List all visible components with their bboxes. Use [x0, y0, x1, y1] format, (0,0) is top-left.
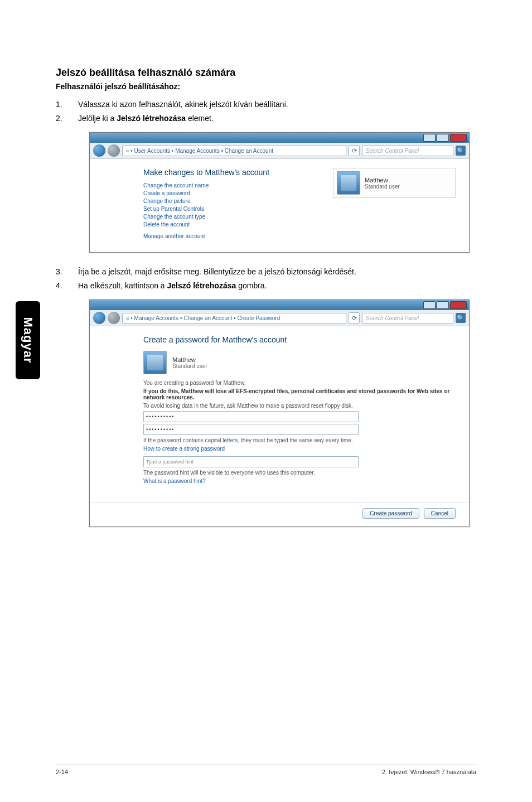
- panel-heading: Make changes to Matthew's account: [143, 168, 322, 177]
- password-hint-field[interactable]: Type a password hint: [143, 456, 359, 467]
- step-text: Válassza ki azon felhasználót, akinek je…: [78, 99, 476, 110]
- step-text-part: gombra.: [236, 281, 267, 290]
- search-icon[interactable]: 🔍: [456, 313, 466, 323]
- forward-button[interactable]: [108, 144, 120, 157]
- step-text-bold: Jelszó létrehozása: [167, 281, 236, 290]
- screenshot-change-account: « • User Accounts • Manage Accounts • Ch…: [89, 132, 470, 253]
- window-titlebar: [90, 133, 469, 143]
- user-card: Matthew Standard user: [333, 168, 456, 198]
- footer-page-number: 2-14: [56, 769, 68, 775]
- link-manage-another[interactable]: Manage another account: [143, 233, 322, 239]
- user-name: Matthew: [365, 177, 400, 183]
- step-number: 2.: [56, 113, 78, 124]
- navigation-bar: « • User Accounts • Manage Accounts • Ch…: [90, 143, 469, 159]
- link-delete-account[interactable]: Delete the account: [143, 221, 322, 228]
- search-icon[interactable]: 🔍: [456, 146, 466, 156]
- refresh-button[interactable]: ⟳: [349, 312, 360, 323]
- language-tab: Magyar: [16, 301, 40, 379]
- minimize-button[interactable]: [423, 134, 436, 142]
- cancel-button[interactable]: Cancel: [424, 508, 456, 519]
- dialog-buttons: Create password Cancel: [90, 502, 469, 526]
- step-item: 1. Válassza ki azon felhasználót, akinek…: [56, 99, 476, 110]
- step-text-part: Ha elkészült, kattintson a: [78, 281, 167, 290]
- search-input[interactable]: Search Control Panel: [362, 313, 453, 323]
- language-tab-label: Magyar: [21, 317, 35, 363]
- user-type: Standard user: [172, 363, 207, 369]
- navigation-bar: « • Manage Accounts • Change an Account …: [90, 310, 469, 326]
- page-subheading: Felhasználói jelszó beállításához:: [56, 82, 476, 91]
- steps-list-b: 3. Írja be a jelszót, majd erősítse meg.…: [56, 266, 476, 292]
- back-button[interactable]: [93, 144, 105, 157]
- link-parental-controls[interactable]: Set up Parental Controls: [143, 206, 322, 212]
- maximize-button[interactable]: [437, 134, 449, 142]
- breadcrumb[interactable]: « • User Accounts • Manage Accounts • Ch…: [122, 146, 346, 156]
- link-strong-password[interactable]: How to create a strong password: [143, 446, 456, 452]
- link-password-hint[interactable]: What is a password hint?: [143, 478, 456, 484]
- minimize-button[interactable]: [423, 301, 436, 309]
- user-card: Matthew Standard user: [143, 351, 456, 374]
- step-item: 4. Ha elkészült, kattintson a Jelszó lét…: [56, 280, 476, 292]
- search-input[interactable]: Search Control Panel: [362, 146, 453, 156]
- forward-button[interactable]: [108, 312, 120, 324]
- info-text: To avoid losing data in the future, ask …: [143, 403, 456, 409]
- avatar: [143, 351, 167, 374]
- footer-chapter: 2. fejezet: Windows® 7 használata: [382, 769, 476, 775]
- link-change-picture[interactable]: Change the picture: [143, 198, 322, 204]
- link-create-password[interactable]: Create a password: [143, 190, 322, 196]
- step-item: 2. Jelölje ki a Jelszó létrehozása eleme…: [56, 113, 476, 124]
- warning-text: If you do this, Matthew will lose all EF…: [143, 388, 456, 400]
- step-number: 1.: [56, 99, 78, 110]
- step-number: 4.: [56, 280, 78, 292]
- link-change-name[interactable]: Change the account name: [143, 182, 322, 189]
- account-actions-list: Change the account name Create a passwor…: [143, 182, 322, 239]
- create-password-button[interactable]: Create password: [362, 508, 419, 519]
- link-change-type[interactable]: Change the account type: [143, 214, 322, 220]
- refresh-button[interactable]: ⟳: [349, 145, 360, 156]
- step-item: 3. Írja be a jelszót, majd erősítse meg.…: [56, 266, 476, 278]
- close-button[interactable]: [450, 301, 467, 309]
- window-titlebar: [90, 300, 469, 310]
- steps-list-a: 1. Válassza ki azon felhasználót, akinek…: [56, 99, 476, 124]
- avatar: [337, 171, 360, 195]
- page-heading: Jelszó beállítása felhasználó számára: [56, 67, 476, 79]
- step-text: Írja be a jelszót, majd erősítse meg. Bi…: [78, 266, 476, 278]
- panel-heading: Create a password for Matthew's account: [143, 335, 456, 344]
- step-text-part: elemet.: [186, 114, 214, 123]
- info-text: The password hint will be visible to eve…: [143, 470, 456, 476]
- back-button[interactable]: [93, 312, 105, 324]
- step-text-part: Jelölje ki a: [78, 114, 117, 123]
- breadcrumb[interactable]: « • Manage Accounts • Change an Account …: [122, 313, 346, 323]
- password-field[interactable]: ••••••••••: [143, 411, 359, 422]
- page-footer: 2-14 2. fejezet: Windows® 7 használata: [56, 765, 476, 775]
- close-button[interactable]: [450, 134, 467, 142]
- user-name: Matthew: [172, 356, 207, 363]
- user-type: Standard user: [365, 183, 400, 190]
- info-text: If the password contains capital letters…: [143, 437, 456, 443]
- step-text: Ha elkészült, kattintson a Jelszó létreh…: [78, 280, 476, 292]
- step-number: 3.: [56, 266, 78, 278]
- screenshot-create-password: « • Manage Accounts • Change an Account …: [89, 299, 470, 527]
- info-text: You are creating a password for Matthew.: [143, 380, 456, 386]
- maximize-button[interactable]: [437, 301, 449, 309]
- step-text: Jelölje ki a Jelszó létrehozása elemet.: [78, 113, 476, 124]
- password-confirm-field[interactable]: ••••••••••: [143, 424, 359, 435]
- step-text-bold: Jelszó létrehozása: [117, 114, 186, 123]
